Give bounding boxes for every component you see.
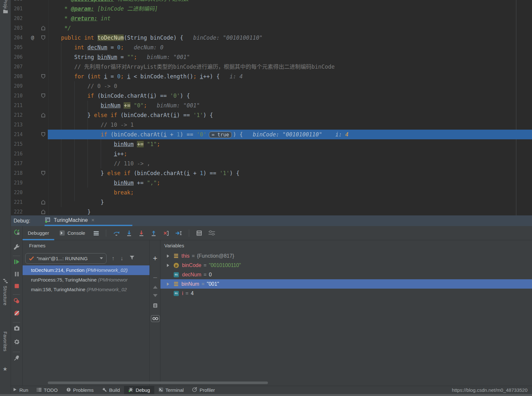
toolbutton-structure[interactable]: Structure — [3, 286, 8, 317]
expand-chevron-icon[interactable] — [164, 282, 171, 286]
frame-row[interactable]: main:158, TuringMachine (PMHomework_02 — [23, 285, 149, 294]
variable-row[interactable]: pbinCode="0010100110" — [160, 261, 532, 270]
toolwindow-button-build[interactable]: Build — [98, 386, 124, 394]
fold-marker-icon[interactable] — [41, 74, 45, 79]
fold-marker-icon[interactable] — [41, 35, 45, 40]
expand-chevron-icon[interactable] — [164, 264, 171, 267]
fold-marker-icon[interactable] — [41, 200, 45, 204]
toolwindow-button-problems[interactable]: Problems — [62, 386, 98, 394]
code-text[interactable]: if (binCode.charAt(i) == '0') { — [48, 91, 190, 101]
expand-chevron-icon[interactable] — [164, 254, 171, 258]
code-text[interactable]: } — [48, 207, 91, 215]
gutter[interactable] — [23, 159, 48, 168]
variable-row[interactable]: this={Function@817} — [160, 251, 532, 261]
gutter[interactable] — [23, 62, 48, 72]
gutter[interactable] — [23, 178, 48, 188]
code-text[interactable]: break; — [48, 188, 134, 197]
step-out-icon[interactable] — [150, 230, 157, 236]
thread-selector[interactable]: "main"@1...: RUNNING — [25, 253, 107, 264]
pause-icon[interactable] — [13, 271, 20, 279]
layout-settings-icon[interactable] — [208, 230, 215, 236]
resume-icon[interactable] — [13, 258, 20, 267]
code-text[interactable]: */ — [48, 23, 71, 33]
toolbutton-favorites[interactable]: Favorites — [3, 332, 8, 364]
code-editor[interactable]: 200 * @description: 将二进制编码转换为十进制数201 * @… — [11, 0, 532, 215]
gutter[interactable] — [23, 23, 48, 33]
fold-marker-icon[interactable] — [41, 210, 45, 214]
code-text[interactable]: i++; — [48, 149, 127, 159]
gutter[interactable] — [23, 4, 48, 14]
rerun-icon[interactable] — [13, 229, 20, 237]
debug-session-tab[interactable]: TuringMachine × — [45, 215, 132, 226]
gutter[interactable] — [23, 101, 48, 110]
code-text[interactable]: // 10 -> 1 — [48, 120, 134, 130]
gutter[interactable]: @ — [23, 33, 48, 43]
toolwindow-button-run[interactable]: Run — [8, 386, 33, 394]
gutter[interactable] — [23, 110, 48, 120]
view-breakpoints-icon[interactable] — [13, 297, 20, 306]
variable-row[interactable]: 01decNum=0 — [160, 270, 532, 279]
variable-row[interactable]: 01i=4 — [160, 289, 532, 298]
pin-icon[interactable] — [13, 354, 20, 363]
frame-row[interactable]: runProcess:75, TuringMachine (PMHomewor — [23, 275, 149, 285]
code-text[interactable]: int decNum = 0; decNum: 0 — [48, 43, 163, 52]
structure-icon[interactable] — [3, 279, 8, 284]
stop-icon[interactable] — [13, 282, 20, 291]
evaluate-expression-icon[interactable] — [196, 230, 202, 236]
gutter[interactable] — [23, 130, 48, 139]
gutter[interactable] — [23, 91, 48, 101]
gear-icon[interactable] — [13, 338, 21, 347]
code-text[interactable]: } else if (binCode.charAt(i + 1) == '1')… — [48, 168, 240, 178]
toolbutton-project[interactable]: Project — [3, 0, 8, 8]
code-text[interactable]: } — [48, 197, 104, 207]
fold-marker-icon[interactable] — [41, 26, 45, 30]
run-to-cursor-icon[interactable] — [175, 230, 182, 236]
camera-icon[interactable] — [13, 325, 20, 333]
gutter[interactable] — [23, 188, 48, 197]
duplicate-icon[interactable] — [150, 302, 160, 310]
gutter[interactable] — [23, 0, 48, 4]
code-text[interactable]: for (int i = 0; i < binCode.length(); i+… — [48, 72, 243, 81]
code-text[interactable]: } else if (binCode.charAt(i) == '1') { — [48, 110, 213, 120]
gutter[interactable] — [23, 14, 48, 23]
code-text[interactable]: // 先利用for循环对ArrayList类型的binCode进行遍历，根据其中… — [48, 62, 335, 72]
variable-row[interactable]: binNum="001" — [160, 279, 532, 289]
code-text[interactable]: binNum += ","; — [48, 178, 160, 188]
arrow-down-icon[interactable]: ↓ — [120, 255, 123, 262]
menu-icon[interactable] — [93, 231, 99, 236]
gutter[interactable] — [23, 81, 48, 91]
gutter[interactable] — [23, 139, 48, 149]
code-text[interactable]: * @description: 将二进制编码转换为十进制数 — [48, 0, 189, 4]
gutter[interactable] — [23, 168, 48, 178]
frame-row[interactable]: toDecNum:214, Function (PMHomework_02) — [23, 265, 149, 275]
gutter[interactable] — [23, 72, 48, 81]
move-down-icon[interactable] — [150, 293, 160, 299]
toolwindow-button-terminal[interactable]: Terminal — [154, 386, 188, 394]
gutter[interactable] — [23, 207, 48, 215]
mute-breakpoints-icon[interactable] — [13, 310, 20, 318]
tab-debugger[interactable]: Debugger — [23, 226, 54, 240]
gutter[interactable] — [23, 43, 48, 52]
move-up-icon[interactable] — [150, 284, 160, 290]
code-text[interactable]: // 110 -> , — [48, 159, 150, 168]
arrow-up-icon[interactable]: ↑ — [112, 255, 115, 262]
code-text[interactable]: * @param: [binCode 二进制编码] — [48, 4, 158, 14]
code-text[interactable]: * @return: int — [48, 14, 111, 23]
gutter[interactable] — [23, 149, 48, 159]
drop-frame-icon[interactable] — [163, 230, 169, 236]
tab-console[interactable]: Console — [54, 226, 90, 240]
code-text[interactable]: if (binCode.charAt(i + 1) == '0'= true) … — [48, 130, 349, 139]
code-text[interactable]: binNum += "0"; binNum: "001" — [48, 101, 200, 110]
code-text[interactable]: String binNum = ""; binNum: "001" — [48, 52, 190, 62]
fold-marker-icon[interactable] — [41, 132, 45, 137]
remove-watch-icon[interactable]: − — [150, 273, 160, 282]
step-over-icon[interactable] — [113, 230, 120, 236]
folder-icon[interactable] — [3, 9, 8, 15]
toolwindow-button-debug[interactable]: Debug — [124, 386, 154, 394]
fold-marker-icon[interactable] — [41, 171, 45, 175]
close-icon[interactable]: × — [91, 217, 95, 223]
code-text[interactable]: binNum += "1"; — [48, 139, 160, 149]
toolwindow-button-profiler[interactable]: Profiler — [188, 386, 219, 394]
code-text[interactable]: public int toDecNum(String binCode) { bi… — [48, 33, 262, 43]
wrench-icon[interactable] — [13, 243, 20, 252]
